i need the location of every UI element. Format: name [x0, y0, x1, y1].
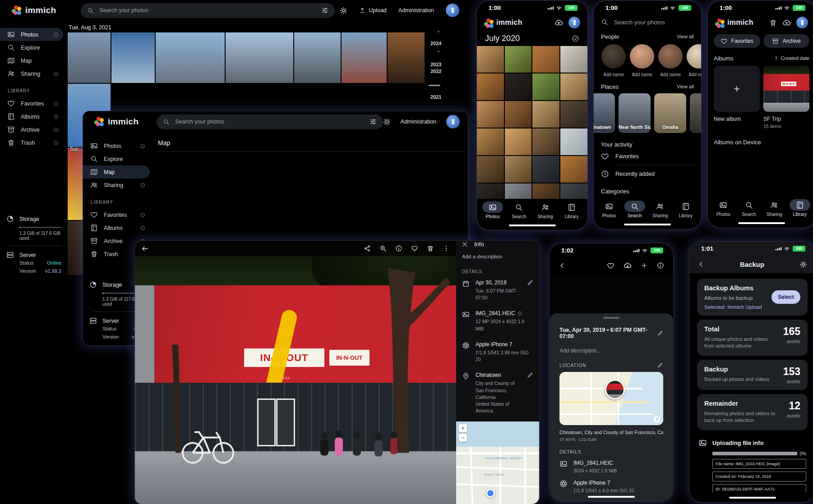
nav-item-search[interactable]: Search [506, 202, 531, 219]
nav-item-photos[interactable]: Photos [711, 199, 736, 217]
search-input[interactable]: Search your photos [81, 3, 335, 18]
add-icon[interactable] [641, 262, 648, 269]
timeline-year-label[interactable]: 2024 [430, 41, 441, 46]
back-icon[interactable] [559, 262, 566, 269]
photo-thumbnail[interactable] [532, 46, 559, 73]
info-icon[interactable] [395, 245, 402, 252]
photo-thumbnail[interactable] [505, 128, 532, 155]
sidebar-item-map[interactable]: Map [83, 165, 150, 179]
add-name-label[interactable]: Add name [660, 72, 681, 77]
person-item[interactable]: Add name [658, 44, 683, 77]
nav-item-photos[interactable]: Photos [480, 202, 505, 219]
photo-thumbnail[interactable] [505, 46, 532, 73]
delete-icon[interactable] [427, 245, 434, 252]
photo-thumbnail[interactable] [477, 101, 504, 128]
filter-icon[interactable] [370, 118, 377, 125]
administration-button[interactable]: Administration [401, 119, 436, 125]
favorite-icon[interactable] [607, 262, 614, 270]
close-icon[interactable] [462, 241, 468, 247]
sidebar-item-explore[interactable]: Explore [83, 152, 150, 165]
share-icon[interactable] [364, 245, 371, 252]
administration-button[interactable]: Administration [398, 7, 434, 14]
timeline-handle[interactable] [429, 85, 440, 86]
photo-thumbnail[interactable] [532, 156, 559, 183]
photo-thumbnail[interactable] [111, 32, 155, 83]
photo-thumbnail[interactable] [342, 32, 387, 83]
zoom-icon[interactable] [379, 245, 387, 252]
photo-thumbnail[interactable] [532, 128, 559, 155]
recently-added-row[interactable]: Recently added [601, 165, 694, 183]
people-view-all[interactable]: View all [677, 34, 694, 39]
photo-thumbnail[interactable] [505, 73, 532, 100]
nav-item-library[interactable]: Library [673, 201, 698, 218]
photo-thumbnail[interactable] [532, 73, 559, 100]
screenshots-row[interactable]: Screenshots [601, 195, 694, 198]
home-indicator[interactable] [477, 220, 587, 230]
backup-cloud-icon[interactable] [554, 18, 563, 27]
nav-item-search[interactable]: Search [622, 201, 647, 218]
edit-location-icon[interactable] [527, 372, 533, 378]
home-indicator[interactable] [594, 219, 701, 229]
sidebar-item-favorites[interactable]: Favorites [83, 208, 150, 221]
edit-location-icon[interactable] [657, 362, 663, 368]
photo-thumbnail[interactable] [560, 73, 587, 100]
trash-icon[interactable] [769, 19, 777, 27]
photo-thumbnail[interactable] [560, 183, 587, 199]
cloud-icon[interactable] [624, 261, 632, 270]
settings-gear-icon[interactable] [799, 261, 807, 268]
immich-logo[interactable]: immich [94, 117, 139, 127]
more-icon[interactable] [443, 245, 450, 252]
filter-icon[interactable] [321, 7, 328, 14]
location-map[interactable]: i [559, 372, 663, 425]
favorites-row[interactable]: Favorites [601, 148, 694, 165]
back-icon[interactable] [141, 245, 149, 252]
avatar[interactable] [446, 115, 460, 128]
sidebar-item-sharing[interactable]: Sharing [0, 67, 63, 80]
immich-logo[interactable]: immich [12, 5, 56, 15]
sidebar-item-archive[interactable]: Archive [0, 123, 63, 136]
timeline-year-label[interactable]: 2021 [430, 94, 441, 100]
photo-thumbnail[interactable] [505, 156, 532, 183]
nav-item-photos[interactable]: Photos [596, 201, 622, 218]
theme-toggle-icon[interactable] [383, 118, 391, 126]
sidebar-item-albums[interactable]: Albums [83, 221, 150, 234]
place-card[interactable]: Omaha [654, 93, 686, 133]
add-name-label[interactable]: Add name [688, 72, 701, 77]
home-indicator[interactable] [550, 491, 673, 501]
avatar[interactable] [568, 17, 580, 28]
photo-thumbnail[interactable] [294, 32, 341, 83]
places-view-all[interactable]: View all [677, 84, 694, 89]
place-card[interactable]: Chinatown [594, 93, 615, 133]
photo-thumbnail[interactable] [156, 32, 225, 83]
new-album-card[interactable]: + New album [714, 66, 760, 129]
select-all-icon[interactable] [572, 35, 579, 42]
timeline-year-label[interactable]: 2022 [430, 69, 441, 74]
favorites-button[interactable]: Favorites [714, 34, 760, 48]
sidebar-item-photos[interactable]: Photos [0, 28, 63, 41]
photo-thumbnail[interactable] [505, 101, 532, 128]
nav-item-library[interactable]: Library [559, 202, 584, 219]
photo-thumbnail[interactable] [388, 32, 425, 83]
upload-button[interactable]: Upload [359, 7, 387, 14]
search-input[interactable]: Search your photos [157, 115, 383, 129]
albums-sort-button[interactable]: Created date [774, 55, 809, 61]
sidebar-item-map[interactable]: Map [0, 54, 63, 67]
select-albums-button[interactable]: Select [771, 290, 800, 304]
album-card[interactable]: IN-N-OUT SF Trip 15 items [763, 66, 809, 129]
favorite-icon[interactable] [411, 245, 418, 252]
place-card[interactable]: Pi [690, 93, 701, 133]
back-icon[interactable] [698, 261, 705, 268]
minimap-zoom-out-button[interactable]: − [459, 434, 467, 442]
photo-thumbnail[interactable] [532, 183, 559, 199]
home-indicator[interactable] [708, 218, 813, 228]
nav-item-search[interactable]: Search [736, 199, 762, 217]
edit-date-icon[interactable] [657, 330, 663, 336]
photo-thumbnail[interactable] [477, 73, 504, 100]
description-input[interactable]: Add description... [559, 348, 663, 354]
archive-button[interactable]: Archive [763, 34, 810, 48]
nav-item-sharing[interactable]: Sharing [533, 202, 558, 219]
map-info-badge[interactable]: i [654, 416, 660, 422]
avatar[interactable] [796, 17, 808, 28]
backup-cloud-icon[interactable] [782, 18, 791, 27]
photo-thumbnail[interactable] [505, 183, 532, 199]
